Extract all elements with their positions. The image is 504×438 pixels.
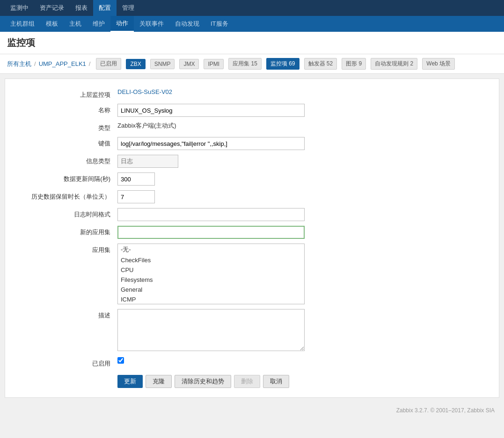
type-row: 类型 Zabbix客户端(主动式) xyxy=(15,122,489,132)
breadcrumb-host-name[interactable]: UMP_APP_ELK1 xyxy=(39,60,86,67)
subnav-host-groups[interactable]: 主机群组 xyxy=(5,16,40,32)
nav-assets[interactable]: 资产记录 xyxy=(34,0,70,16)
app-list-item-none[interactable]: -无- xyxy=(118,244,304,255)
enabled-label: 已启用 xyxy=(15,357,117,368)
breadcrumb-tabs: 所有主机 / UMP_APP_ELK1 / 已启用 ZBX SNMP JMX I… xyxy=(0,54,504,74)
new-app-row: 新的应用集 xyxy=(15,226,489,239)
tab-web-scene[interactable]: Web 场景 xyxy=(422,58,455,70)
app-list-row: 应用集 -无- CheckFiles CPU Filesystems Gener… xyxy=(15,244,489,304)
breadcrumb-all-hosts[interactable]: 所有主机 xyxy=(7,60,31,68)
nav-monitor[interactable]: 监测中 xyxy=(5,0,34,16)
info-type-label: 信息类型 xyxy=(15,155,117,165)
subnav-templates[interactable]: 模板 xyxy=(40,16,64,32)
app-list-item-checkfiles[interactable]: CheckFiles xyxy=(118,255,304,265)
subnav-auto-discovery[interactable]: 自动发现 xyxy=(169,16,205,32)
tab-trigger[interactable]: 触发器 52 xyxy=(304,58,337,70)
subnav-hosts[interactable]: 主机 xyxy=(64,16,87,32)
footer: Zabbix 3.2.7. © 2001–2017, Zabbix SIA xyxy=(0,402,504,418)
type-value: Zabbix客户端(主动式) xyxy=(117,120,176,129)
enabled-row: 已启用 xyxy=(15,357,489,368)
tab-auto-discover[interactable]: 自动发现规则 2 xyxy=(371,58,417,70)
subnav-actions[interactable]: 动作 xyxy=(110,16,134,32)
tab-ipmi[interactable]: IPMI xyxy=(204,59,224,69)
key-label: 键值 xyxy=(15,137,117,148)
update-button[interactable]: 更新 xyxy=(117,375,143,388)
log-time-fmt-input[interactable] xyxy=(117,208,305,221)
tab-enabled[interactable]: 已启用 xyxy=(96,58,121,70)
subnav-maintenance[interactable]: 维护 xyxy=(87,16,110,32)
parent-monitor-value[interactable]: DELI-OS-SuSE-V02 xyxy=(117,86,172,95)
tab-snmp[interactable]: SNMP xyxy=(150,59,175,69)
delete-button: 删除 xyxy=(234,375,260,388)
key-row: 键值 xyxy=(15,137,489,150)
update-interval-label: 数据更新间隔(秒) xyxy=(15,172,117,183)
breadcrumb-sep2: / xyxy=(89,60,91,67)
desc-textarea[interactable] xyxy=(117,309,305,351)
nav-admin[interactable]: 管理 xyxy=(117,0,140,16)
parent-monitor-label: 上层监控项 xyxy=(15,88,117,99)
name-input[interactable] xyxy=(117,104,305,117)
desc-label: 描述 xyxy=(15,309,117,320)
history-label: 历史数据保留时长（单位天） xyxy=(15,190,117,201)
new-app-label: 新的应用集 xyxy=(15,226,117,237)
sub-navigation: 主机群组 模板 主机 维护 动作 关联事件 自动发现 IT服务 xyxy=(0,16,504,32)
subnav-it-services[interactable]: IT服务 xyxy=(205,16,234,32)
tab-jmx[interactable]: JMX xyxy=(179,59,199,69)
cancel-button[interactable]: 取消 xyxy=(263,375,289,388)
app-list-item-icmp[interactable]: ICMP xyxy=(118,294,304,304)
tab-appset[interactable]: 应用集 15 xyxy=(228,58,262,70)
breadcrumb-sep1: / xyxy=(34,60,36,67)
enabled-checkbox[interactable] xyxy=(117,357,124,364)
name-label: 名称 xyxy=(15,104,117,115)
app-list-item-cpu[interactable]: CPU xyxy=(118,265,304,275)
app-list-item-filesystems[interactable]: Filesystems xyxy=(118,275,304,285)
app-list-item-general[interactable]: General xyxy=(118,285,304,294)
log-time-fmt-row: 日志时间格式 xyxy=(15,208,489,221)
info-type-row: 信息类型 xyxy=(15,155,489,168)
app-list-label: 应用集 xyxy=(15,244,117,254)
clear-history-button[interactable]: 清除历史和趋势 xyxy=(175,375,231,388)
main-content: 上层监控项 DELI-OS-SuSE-V02 名称 类型 Zabbix客户端(主… xyxy=(5,79,499,398)
history-input[interactable] xyxy=(117,190,155,203)
parent-monitor-row: 上层监控项 DELI-OS-SuSE-V02 xyxy=(15,88,489,99)
key-input[interactable] xyxy=(117,137,305,150)
top-navigation: 监测中 资产记录 报表 配置 管理 xyxy=(0,0,504,16)
app-list[interactable]: -无- CheckFiles CPU Filesystems General I… xyxy=(117,244,305,304)
tab-zbx[interactable]: ZBX xyxy=(126,59,145,69)
nav-reports[interactable]: 报表 xyxy=(70,0,93,16)
type-label: 类型 xyxy=(15,122,117,132)
log-time-fmt-label: 日志时间格式 xyxy=(15,208,117,219)
desc-row: 描述 xyxy=(15,309,489,352)
button-row: 更新 克隆 清除历史和趋势 删除 取消 xyxy=(15,375,489,388)
update-interval-input[interactable] xyxy=(117,172,155,186)
tab-graph[interactable]: 图形 9 xyxy=(342,58,366,70)
name-row: 名称 xyxy=(15,104,489,117)
new-app-input[interactable] xyxy=(117,226,305,239)
nav-config[interactable]: 配置 xyxy=(93,0,117,16)
history-row: 历史数据保留时长（单位天） xyxy=(15,190,489,203)
update-interval-row: 数据更新间隔(秒) xyxy=(15,172,489,186)
tab-monitor[interactable]: 监控项 69 xyxy=(266,58,299,70)
subnav-event-correlation[interactable]: 关联事件 xyxy=(134,16,169,32)
footer-text: Zabbix 3.2.7. © 2001–2017, Zabbix SIA xyxy=(396,407,495,414)
clone-button[interactable]: 克隆 xyxy=(146,375,172,388)
page-title: 监控项 xyxy=(0,32,504,54)
info-type-input xyxy=(117,155,178,168)
